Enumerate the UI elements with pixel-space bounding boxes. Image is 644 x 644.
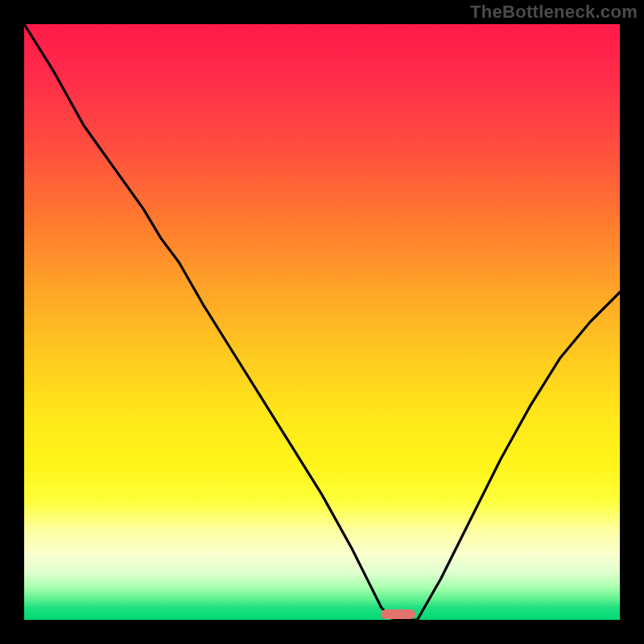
bottleneck-curve-path [24,24,620,620]
plot-area [24,24,620,620]
chart-frame: TheBottleneck.com [0,0,644,644]
curve-svg [24,24,620,620]
optimal-marker [381,609,415,619]
watermark-text: TheBottleneck.com [470,2,638,23]
